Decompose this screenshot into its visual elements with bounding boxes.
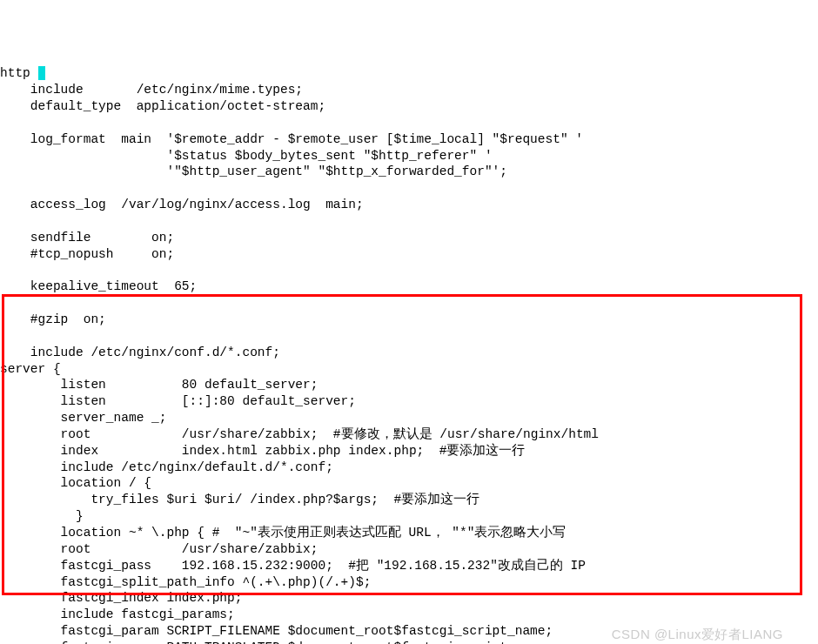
code-line: keepalive_timeout 65; bbox=[0, 279, 197, 293]
code-line: include /etc/nginx/default.d/*.conf; bbox=[0, 460, 333, 474]
cursor: { bbox=[38, 66, 46, 80]
code-line: #tcp_nopush on; bbox=[0, 247, 174, 261]
code-line: fastcgi_index index.php; bbox=[0, 591, 242, 605]
code-line: try_files $uri $uri/ /index.php?$args; #… bbox=[0, 493, 479, 506]
code-line: fastcgi_pass 192.168.15.232:9000; #把 "19… bbox=[0, 559, 586, 573]
code-line: '$status $body_bytes_sent "$http_referer… bbox=[0, 149, 493, 163]
code-line: listen 80 default_server; bbox=[0, 378, 318, 392]
code-editor[interactable]: http { include /etc/nginx/mime.types; de… bbox=[0, 65, 818, 644]
code-line: default_type application/octet-stream; bbox=[0, 99, 325, 113]
code-line: fastcgi_split_path_info ^(.+\.php)(/.+)$… bbox=[0, 575, 371, 589]
code-line: fastcgi_param SCRIPT_FILENAME $document_… bbox=[0, 624, 553, 638]
code-line: } bbox=[0, 509, 84, 523]
watermark: CSDN @Linux爱好者LIANG bbox=[612, 626, 783, 643]
code-line: server { bbox=[0, 362, 61, 376]
code-line: location ~* \.php { # "~"表示使用正则表达式匹配 URL… bbox=[0, 526, 566, 540]
code-line: '"$http_user_agent" "$http_x_forwarded_f… bbox=[0, 164, 507, 178]
code-line: access_log /var/log/nginx/access.log mai… bbox=[0, 198, 364, 211]
code-line: fastcgi_param PATH_TRANSLATED $document_… bbox=[0, 641, 553, 644]
code-line: include fastcgi_params; bbox=[0, 607, 235, 621]
code-line: http { bbox=[0, 66, 45, 80]
code-line: #gzip on; bbox=[0, 312, 106, 326]
code-line: root /usr/share/zabbix; #要修改，默认是 /usr/sh… bbox=[0, 427, 599, 441]
code-line: index index.html zabbix.php index.php; #… bbox=[0, 444, 525, 458]
code-line: listen [::]:80 default_server; bbox=[0, 394, 356, 408]
code-line: include /etc/nginx/mime.types; bbox=[0, 83, 303, 97]
code-line: root /usr/share/zabbix; bbox=[0, 542, 318, 556]
code-line: sendfile on; bbox=[0, 231, 174, 245]
code-line: location / { bbox=[0, 476, 151, 490]
code-line: include /etc/nginx/conf.d/*.conf; bbox=[0, 345, 280, 359]
code-line: log_format main '$remote_addr - $remote_… bbox=[0, 132, 583, 146]
code-line: server_name _; bbox=[0, 411, 166, 425]
